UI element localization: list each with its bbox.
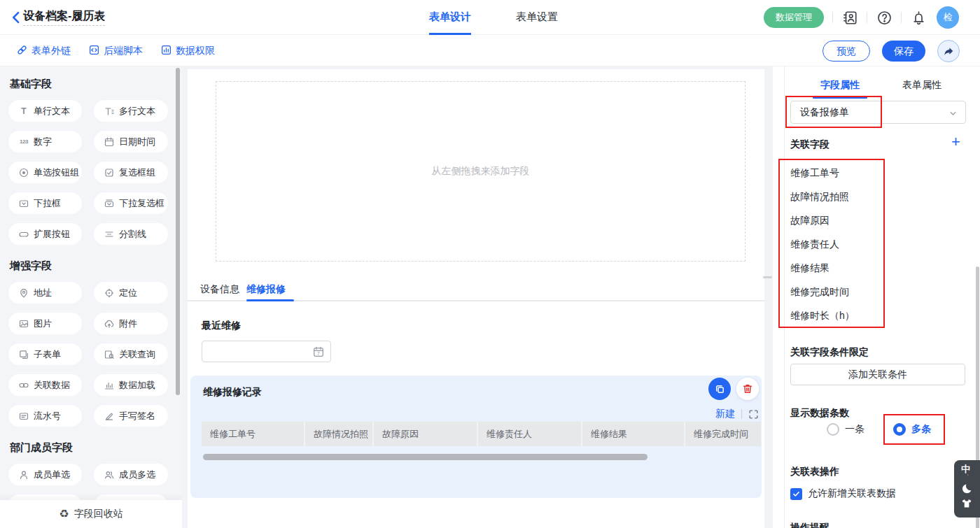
data-load-icon (104, 380, 114, 390)
field-palette-item[interactable]: T单行文本 (8, 100, 82, 122)
tab-form-settings[interactable]: 表单设置 (516, 0, 558, 35)
radio-option-single[interactable]: 一条 (827, 423, 864, 436)
linked-form-select[interactable]: 设备报修单 (790, 101, 966, 124)
select-icon (19, 199, 29, 208)
condition-section-title: 关联字段条件限定 (790, 346, 869, 359)
divider-icon (104, 229, 114, 239)
field-palette-item[interactable]: 123数字 (8, 131, 82, 152)
tab-field-properties[interactable]: 字段属性 (813, 79, 867, 92)
attachment-icon (104, 319, 114, 329)
delete-field-button[interactable] (736, 378, 759, 400)
field-palette-item[interactable]: 关联查询 (94, 343, 168, 365)
member-single-icon (19, 470, 29, 480)
radio-unselected-icon[interactable] (827, 423, 839, 436)
linked-field-item[interactable]: 故障情况拍照 (790, 185, 855, 208)
radio-selected-icon[interactable] (893, 423, 906, 436)
share-button[interactable] (937, 40, 960, 62)
properties-panel: 字段属性 表单属性 设备报修单 关联字段 + 维修工单号故障情况拍照故障原因维修… (784, 66, 980, 528)
field-palette-item[interactable]: 成员单选 (8, 464, 82, 485)
divider (832, 12, 833, 23)
field-palette-item[interactable]: 下拉框 (8, 192, 82, 214)
add-linked-field-icon[interactable]: + (951, 134, 960, 150)
back-icon[interactable] (9, 10, 23, 24)
field-palette-item[interactable]: 单选按钮组 (8, 162, 82, 183)
subform-column-header: 故障情况拍照 (305, 422, 374, 446)
language-toggle[interactable]: 中 (961, 464, 970, 474)
active-tab-underline (246, 299, 294, 301)
linked-field-item[interactable]: 维修结果 (790, 256, 855, 280)
notification-bell-icon[interactable] (910, 9, 927, 26)
date-input[interactable]: 7 (202, 341, 331, 362)
field-item-label: 数字 (34, 136, 52, 148)
address-icon (19, 288, 29, 298)
clipped-next-section-title: 操作提醒 (790, 522, 830, 528)
date-field-label: 最近维修 (202, 320, 241, 332)
sidebar-scrollbar[interactable] (176, 68, 180, 395)
help-icon[interactable] (876, 9, 892, 26)
field-palette-item[interactable]: 地址 (8, 282, 82, 304)
linked-field-item[interactable]: 维修责任人 (790, 232, 855, 256)
field-palette-item[interactable]: 子表单 (8, 343, 82, 365)
field-palette-item[interactable]: 分割线 (94, 223, 168, 245)
linked-field-item[interactable]: 维修时长（h） (790, 304, 855, 327)
field-palette-item[interactable]: 数据加载 (94, 374, 168, 396)
field-palette-item[interactable]: 下拉复选框 (94, 192, 168, 214)
field-palette-item[interactable]: 手写签名 (94, 405, 168, 427)
field-palette-item[interactable]: 流水号 (8, 405, 82, 427)
tab-device-info[interactable]: 设备信息 (200, 283, 239, 296)
toolbar-link[interactable]: 后端脚本 (89, 45, 143, 57)
tab-repair-report[interactable]: 维修报修 (246, 283, 286, 296)
sidebar-section-title: 部门成员字段 (10, 441, 182, 454)
add-condition-button[interactable]: 添加关联条件 (790, 364, 965, 385)
radio-option-multi[interactable]: 多条 (893, 423, 931, 436)
contacts-icon[interactable] (841, 9, 858, 26)
empty-drop-zone[interactable]: 从左侧拖拽来添加字段 (216, 81, 746, 262)
field-item-label: 关联查询 (119, 348, 155, 361)
field-palette-item[interactable]: 扩展按钮 (8, 223, 82, 245)
theme-tshirt-icon[interactable] (961, 498, 972, 509)
field-recycle-bin[interactable]: ♻ 字段回收站 (0, 500, 182, 528)
allow-add-checkbox-row[interactable]: 允许新增关联表数据 (790, 487, 896, 500)
toolbar-link[interactable]: 表单外链 (17, 45, 71, 57)
linked-field-item[interactable]: 维修完成时间 (790, 280, 855, 304)
preview-button[interactable]: 预览 (822, 41, 870, 62)
toolbar-link-label: 后端脚本 (104, 45, 143, 57)
share-arrow-icon (944, 48, 953, 55)
related-query-icon (104, 350, 114, 359)
user-avatar[interactable]: 检 (937, 6, 959, 29)
tab-form-design[interactable]: 表单设计 (429, 0, 471, 35)
field-palette-item[interactable]: 定位 (94, 282, 168, 304)
divider (901, 12, 902, 23)
expand-icon[interactable] (748, 409, 759, 420)
extend-button-icon (19, 229, 29, 239)
canvas-scroll-handle[interactable] (763, 276, 772, 278)
subform-field-selected[interactable]: 维修报修记录 新建 维修工单号故障情况拍照故障原因维修责任人维修结果维修完成时间 (190, 376, 762, 498)
checkbox-checked-icon[interactable] (790, 488, 802, 500)
linked-field-item[interactable]: 故障原因 (790, 208, 855, 232)
field-palette-item[interactable]: 成员多选 (94, 464, 168, 485)
number-icon: 123 (19, 137, 29, 147)
subform-new-button[interactable]: 新建 (715, 408, 735, 420)
field-palette-item[interactable]: 复选框组 (94, 162, 168, 183)
field-palette-item[interactable]: 图片 (8, 313, 82, 334)
field-palette-item[interactable]: 日期时间 (94, 131, 168, 152)
toolbar-link[interactable]: 数据权限 (161, 45, 215, 57)
data-manage-button[interactable]: 数据管理 (764, 7, 824, 28)
field-palette-item[interactable]: 附件 (94, 313, 168, 334)
field-palette-item[interactable]: 关联数据 (8, 374, 82, 396)
form-title[interactable]: 设备档案-履历表 (23, 10, 105, 26)
dark-mode-moon-icon[interactable] (961, 483, 973, 494)
sidebar-sections: 基础字段T单行文本多行文本123数字日期时间单选按钮组复选框组下拉框下拉复选框扩… (0, 66, 182, 516)
script-icon (89, 45, 99, 57)
field-item-label: 图片 (34, 317, 52, 330)
subform-column-header: 故障原因 (374, 422, 478, 446)
tab-form-properties[interactable]: 表单属性 (895, 79, 949, 92)
field-palette-item[interactable]: 多行文本 (94, 100, 168, 122)
copy-field-button[interactable] (708, 378, 731, 400)
subform-hscrollbar[interactable] (203, 454, 648, 460)
save-button[interactable]: 保存 (882, 41, 925, 62)
linked-field-item[interactable]: 维修工单号 (790, 161, 855, 185)
multi-line-text-icon (104, 106, 114, 116)
field-item-label: 多行文本 (119, 105, 155, 117)
subform-column-header: 维修责任人 (478, 422, 582, 446)
